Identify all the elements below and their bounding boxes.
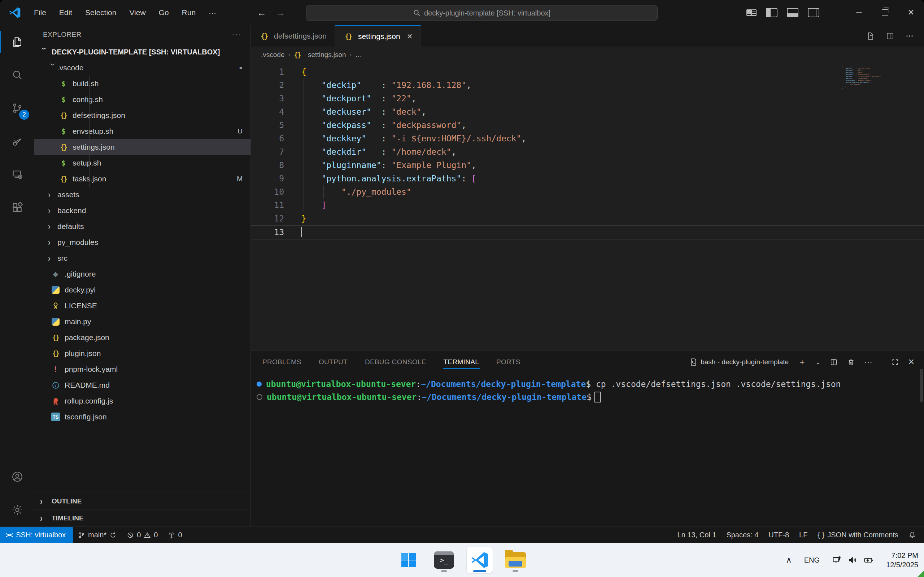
taskbar-vscode-app[interactable]	[466, 547, 493, 574]
panel-tab-debug-console[interactable]: DEBUG CONSOLE	[364, 352, 427, 372]
eol-sequence[interactable]: LF	[794, 531, 813, 539]
tree-item--vscode[interactable]: ›.vscode●	[34, 60, 250, 76]
code-line[interactable]: 1{	[251, 65, 924, 79]
code-line[interactable]: 9 "python.analysis.extraPaths": [	[251, 172, 924, 185]
tree-item-envsetup-sh[interactable]: $envsetup.shU	[34, 123, 250, 139]
code-line[interactable]: 8 "pluginname": "Example Plugin",	[251, 159, 924, 172]
git-branch-status[interactable]: main*	[73, 527, 122, 543]
encoding[interactable]: UTF-8	[763, 531, 794, 539]
remote-indicator[interactable]: >< SSH: virtualbox	[0, 527, 73, 543]
explorer-more-icon[interactable]: ···	[232, 30, 242, 39]
more-actions-icon[interactable]	[905, 32, 914, 40]
breadcrumb-more[interactable]: …	[355, 51, 362, 59]
ports-status[interactable]: 0	[163, 527, 187, 543]
tab-settings-json[interactable]: {} settings.json ✕	[335, 25, 421, 47]
terminal-instance[interactable]: bash - decky-plugin-template	[689, 358, 789, 366]
code-line[interactable]: 13	[251, 226, 924, 239]
settings-gear-icon[interactable]	[0, 493, 34, 527]
menu-selection[interactable]: Selection	[80, 5, 121, 20]
maximize-button[interactable]	[872, 0, 898, 25]
tree-item-build-sh[interactable]: $build.sh	[34, 76, 250, 92]
code-line[interactable]: 3 "deckport" : "22",	[251, 92, 924, 105]
panel-more-icon[interactable]: ⋯	[864, 357, 872, 367]
tree-item-tsconfig-json[interactable]: TStsconfig.json	[34, 409, 250, 425]
maximize-panel-icon[interactable]	[892, 358, 899, 366]
start-button[interactable]	[396, 547, 422, 573]
tab-close-icon[interactable]: ✕	[407, 32, 413, 41]
terminal-dropdown-icon[interactable]: ⌄	[815, 359, 820, 366]
remote-explorer-icon[interactable]	[0, 158, 34, 191]
account-icon[interactable]	[0, 460, 34, 493]
panel-tab-terminal[interactable]: TERMINAL	[443, 352, 480, 372]
tab-defsettings-json[interactable]: {} defsettings.json	[251, 25, 335, 47]
menu-edit[interactable]: Edit	[54, 5, 77, 20]
notifications-bell[interactable]	[903, 531, 924, 539]
timeline-section[interactable]: › TIMELINE	[34, 509, 250, 527]
cursor-position[interactable]: Ln 13, Col 1	[672, 531, 722, 539]
split-editor-icon[interactable]	[886, 32, 894, 40]
panel-tab-problems[interactable]: PROBLEMS	[262, 352, 302, 372]
terminal-scrollbar[interactable]	[920, 369, 923, 402]
tree-item-src[interactable]: ›src	[34, 250, 250, 266]
language-mode[interactable]: { } JSON with Comments	[813, 531, 903, 539]
code-line[interactable]: 10 "./py_modules"	[251, 185, 924, 199]
breadcrumb-folder[interactable]: .vscode	[261, 51, 284, 59]
tree-item-readme-md[interactable]: iREADME.md	[34, 377, 250, 393]
input-language[interactable]: ENG	[804, 556, 820, 564]
toggle-primary-sidebar-icon[interactable]	[766, 8, 777, 17]
menu-file[interactable]: File	[29, 5, 51, 20]
tree-item-defsettings-json[interactable]: {}defsettings.json	[34, 108, 250, 123]
code-editor[interactable]: 1{2 "deckip" : "192.168.1.128",3 "deckpo…	[251, 63, 924, 351]
tree-item-pnpm-lock-yaml[interactable]: !pnpm-lock.yaml	[34, 361, 250, 377]
customize-layout-icon[interactable]	[746, 9, 756, 16]
tree-item-config-sh[interactable]: $config.sh	[34, 92, 250, 108]
tree-item-license[interactable]: LICENSE	[34, 298, 250, 314]
panel-tab-ports[interactable]: PORTS	[496, 352, 521, 372]
breadcrumb-file[interactable]: settings.json	[308, 51, 346, 59]
source-control-icon[interactable]: 2	[0, 92, 34, 125]
command-decoration-prompt-icon[interactable]	[257, 394, 262, 400]
terminal-output[interactable]: ubuntu@virtualbox-ubuntu-sever:~/Documen…	[251, 373, 924, 527]
tree-item-backend[interactable]: ›backend	[34, 203, 250, 219]
clock[interactable]: 7:02 PM 12/5/2025	[886, 551, 918, 569]
explorer-icon[interactable]	[0, 25, 34, 58]
toggle-secondary-sidebar-icon[interactable]	[808, 8, 819, 17]
menu-run[interactable]: Run	[177, 5, 201, 20]
extensions-icon[interactable]	[0, 191, 34, 224]
close-panel-icon[interactable]: ✕	[908, 357, 914, 367]
tree-item-decky-pyi[interactable]: decky.pyi	[34, 282, 250, 298]
tree-item-main-py[interactable]: main.py	[34, 314, 250, 330]
run-debug-icon[interactable]	[0, 125, 34, 158]
open-changes-icon[interactable]	[866, 32, 875, 40]
tree-item-assets[interactable]: ›assets	[34, 187, 250, 203]
code-line[interactable]: 4 "deckuser" : "deck",	[251, 105, 924, 119]
code-line[interactable]: 2 "deckip" : "192.168.1.128",	[251, 79, 924, 92]
command-decoration-success-icon[interactable]	[257, 382, 262, 387]
toggle-panel-icon[interactable]	[787, 8, 798, 17]
forward-arrow-icon[interactable]: →	[276, 7, 285, 18]
tree-item--gitignore[interactable]: ◆.gitignore	[34, 266, 250, 282]
minimap[interactable]: { "deckip" : "192.168.1.128", "deckport"…	[842, 65, 918, 89]
taskbar-file-explorer-app[interactable]	[502, 547, 528, 573]
code-line[interactable]: 11 ]	[251, 199, 924, 212]
tree-item-defaults[interactable]: ›defaults	[34, 219, 250, 234]
code-line[interactable]: 12}	[251, 212, 924, 226]
tree-item-py-modules[interactable]: ›py_modules	[34, 234, 250, 250]
tree-item-tasks-json[interactable]: {}tasks.jsonM	[34, 171, 250, 187]
code-line[interactable]: 5 "deckpass" : "deckpassword",	[251, 119, 924, 132]
code-line[interactable]: 6 "deckkey" : "-i ${env:HOME}/.ssh/deck"…	[251, 132, 924, 145]
indentation[interactable]: Spaces: 4	[721, 531, 763, 539]
split-terminal-icon[interactable]	[830, 358, 838, 366]
tray-overflow-chevron-icon[interactable]: ∧	[786, 555, 792, 565]
minimize-button[interactable]: ─	[846, 0, 872, 25]
code-line[interactable]: 7 "deckdir" : "/home/deck",	[251, 145, 924, 159]
menu-go[interactable]: Go	[154, 5, 174, 20]
panel-tab-output[interactable]: OUTPUT	[318, 352, 348, 372]
search-view-icon[interactable]	[0, 58, 34, 92]
kill-terminal-trash-icon[interactable]	[847, 358, 855, 366]
outline-section[interactable]: › OUTLINE	[34, 493, 250, 509]
workspace-root-row[interactable]: › DECKY-PLUGIN-TEMPLATE [SSH: VIRTUALBOX…	[34, 44, 250, 60]
problems-status[interactable]: 0 0	[122, 527, 163, 543]
new-terminal-icon[interactable]: ＋	[798, 357, 806, 367]
menu-view[interactable]: View	[124, 5, 150, 20]
